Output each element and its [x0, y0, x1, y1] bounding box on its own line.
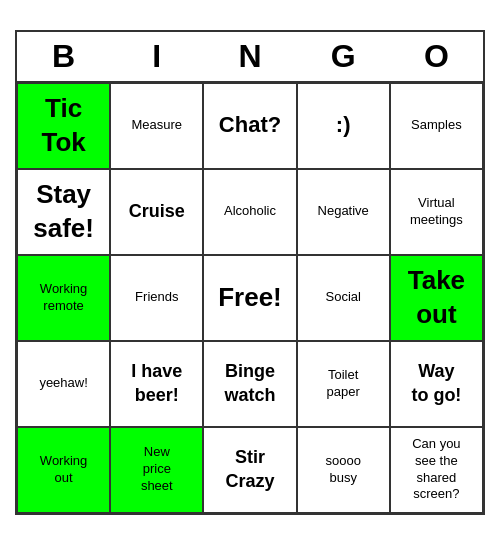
cell-text-r1-c2: Alcoholic: [224, 203, 276, 220]
bingo-cell-r3-c2: Bingewatch: [203, 341, 296, 427]
bingo-cell-r2-c4: Takeout: [390, 255, 483, 341]
cell-text-r0-c4: Samples: [411, 117, 462, 134]
cell-text-r3-c1: I havebeer!: [131, 360, 182, 407]
bingo-cell-r3-c0: yeehaw!: [17, 341, 110, 427]
header-letter-g: G: [297, 32, 390, 81]
cell-text-r2-c1: Friends: [135, 289, 178, 306]
bingo-cell-r0-c1: Measure: [110, 83, 203, 169]
cell-text-r2-c4: Takeout: [408, 264, 465, 332]
bingo-cell-r4-c1: Newpricesheet: [110, 427, 203, 513]
cell-text-r1-c3: Negative: [318, 203, 369, 220]
cell-text-r0-c1: Measure: [132, 117, 183, 134]
cell-text-r1-c1: Cruise: [129, 200, 185, 223]
bingo-cell-r0-c3: :): [297, 83, 390, 169]
cell-text-r3-c3: Toiletpaper: [327, 367, 360, 401]
bingo-cell-r1-c2: Alcoholic: [203, 169, 296, 255]
bingo-cell-r1-c1: Cruise: [110, 169, 203, 255]
bingo-cell-r4-c0: Workingout: [17, 427, 110, 513]
cell-text-r1-c0: Staysafe!: [33, 178, 94, 246]
cell-text-r1-c4: Virtualmeetings: [410, 195, 463, 229]
cell-text-r4-c4: Can yousee thesharedscreen?: [412, 436, 460, 504]
header-row: BINGO: [17, 32, 483, 81]
header-letter-o: O: [390, 32, 483, 81]
cell-text-r0-c0: TicTok: [41, 92, 85, 160]
bingo-cell-r4-c3: soooobusy: [297, 427, 390, 513]
bingo-cell-r2-c0: Workingremote: [17, 255, 110, 341]
bingo-cell-r4-c2: StirCrazy: [203, 427, 296, 513]
cell-text-r2-c2: Free!: [218, 281, 282, 315]
bingo-cell-r1-c4: Virtualmeetings: [390, 169, 483, 255]
header-letter-n: N: [203, 32, 296, 81]
cell-text-r4-c2: StirCrazy: [225, 446, 274, 493]
header-letter-i: I: [110, 32, 203, 81]
bingo-cell-r2-c1: Friends: [110, 255, 203, 341]
bingo-cell-r3-c4: Wayto go!: [390, 341, 483, 427]
cell-text-r3-c0: yeehaw!: [39, 375, 87, 392]
bingo-card: BINGO TicTokMeasureChat?:)SamplesStaysaf…: [15, 30, 485, 515]
cell-text-r2-c3: Social: [325, 289, 360, 306]
cell-text-r0-c2: Chat?: [219, 111, 281, 140]
cell-text-r2-c0: Workingremote: [40, 281, 87, 315]
bingo-cell-r0-c4: Samples: [390, 83, 483, 169]
bingo-cell-r1-c0: Staysafe!: [17, 169, 110, 255]
bingo-cell-r3-c3: Toiletpaper: [297, 341, 390, 427]
cell-text-r3-c4: Wayto go!: [411, 360, 461, 407]
bingo-cell-r0-c2: Chat?: [203, 83, 296, 169]
cell-text-r4-c1: Newpricesheet: [141, 444, 173, 495]
bingo-cell-r4-c4: Can yousee thesharedscreen?: [390, 427, 483, 513]
bingo-cell-r2-c2: Free!: [203, 255, 296, 341]
bingo-cell-r0-c0: TicTok: [17, 83, 110, 169]
bingo-cell-r2-c3: Social: [297, 255, 390, 341]
bingo-cell-r3-c1: I havebeer!: [110, 341, 203, 427]
cell-text-r0-c3: :): [336, 111, 351, 140]
cell-text-r3-c2: Bingewatch: [224, 360, 275, 407]
header-letter-b: B: [17, 32, 110, 81]
bingo-grid: TicTokMeasureChat?:)SamplesStaysafe!Crui…: [17, 81, 483, 513]
bingo-cell-r1-c3: Negative: [297, 169, 390, 255]
cell-text-r4-c3: soooobusy: [325, 453, 360, 487]
cell-text-r4-c0: Workingout: [40, 453, 87, 487]
